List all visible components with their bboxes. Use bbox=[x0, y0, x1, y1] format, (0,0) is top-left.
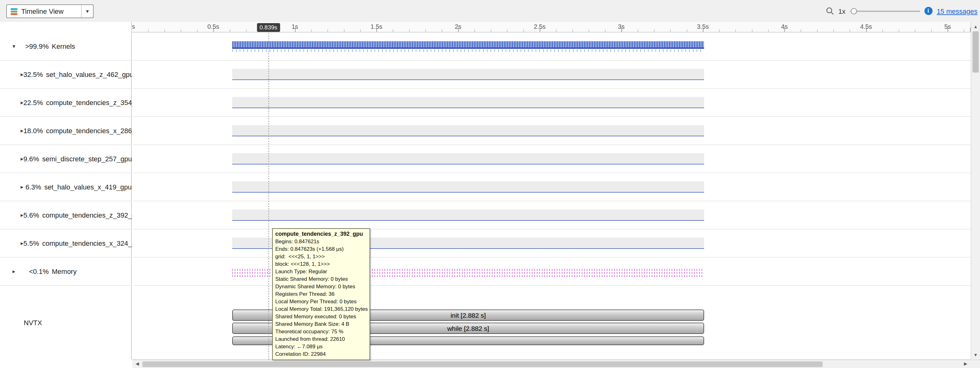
chevron-down-icon[interactable]: ▾ bbox=[81, 5, 93, 18]
tooltip-line: Shared Memory executed: 0 bytes bbox=[275, 313, 367, 320]
zoom-icon bbox=[826, 7, 834, 15]
row-tree-sidebar: >99.9% Kernels 32.5% set_halo_values_z_4… bbox=[0, 22, 132, 360]
tooltip-line: block: <<<128, 1, 1>>> bbox=[275, 260, 367, 268]
horizontal-scrollbar[interactable]: ◀ ▶ bbox=[132, 360, 980, 368]
row-name: set_halo_values_x_419_gpu bbox=[44, 183, 132, 191]
zoom-slider[interactable] bbox=[850, 6, 920, 15]
toolbar: Timeline View ▾ 1x i 15 messages bbox=[0, 0, 980, 22]
scroll-left-icon[interactable]: ◀ bbox=[133, 360, 142, 368]
expander-right-icon[interactable] bbox=[21, 240, 24, 246]
row-name: semi_discrete_step_257_gpu bbox=[42, 155, 132, 163]
row-name: compute_tendencies_x_324_gpu bbox=[42, 240, 143, 247]
zoom-slider-track bbox=[850, 10, 920, 11]
sidebar-item-kernel-5[interactable]: 6.3% set_halo_values_x_419_gpu bbox=[0, 173, 132, 202]
kernel-activity-band[interactable] bbox=[232, 69, 704, 80]
tooltip-line: Latency: ←7.089 μs bbox=[275, 343, 367, 350]
tooltip-line: Local Memory Total: 191,365,120 bytes bbox=[275, 305, 367, 313]
ruler-tick: 3.5s bbox=[697, 23, 709, 30]
cursor-time-badge: 0.839s bbox=[257, 23, 280, 32]
ruler-tick: 4s bbox=[781, 23, 788, 30]
nvtx-range-label: while [2.882 s] bbox=[447, 325, 489, 332]
toolbar-right: 1x i 15 messages bbox=[826, 0, 979, 22]
ruler-tick: 4.5s bbox=[860, 23, 872, 30]
ruler-tick: 0.5s bbox=[207, 23, 219, 30]
row-name: Memory bbox=[52, 268, 76, 275]
tooltip-line: Launch Type: Regular bbox=[275, 268, 367, 275]
tooltip-line: Theoretical occupancy: 75 % bbox=[275, 328, 367, 335]
kernel-tooltip: compute_tendencies_z_392_gpu Begins: 0.8… bbox=[272, 228, 370, 360]
timeline-ruler[interactable]: 0s 0.5s 1s 1.5s 2s 2.5s 3s 3.5s 4s 4.5s … bbox=[132, 22, 970, 32]
kernel-activity-band[interactable] bbox=[232, 210, 704, 221]
row-percent: 22.5% bbox=[24, 99, 43, 106]
track-kernel-4 bbox=[132, 145, 970, 173]
expander-right-icon[interactable] bbox=[21, 212, 24, 218]
view-dropdown-label: Timeline View bbox=[21, 8, 81, 15]
timeline-cursor-line bbox=[269, 22, 269, 360]
row-name: NVTX bbox=[24, 319, 42, 326]
ruler-tick: 1s bbox=[291, 23, 298, 30]
ruler-tick: 2.5s bbox=[534, 23, 546, 30]
row-name: compute_tendencies_x_286_gpu bbox=[46, 127, 147, 134]
row-name: set_halo_values_z_462_gpu bbox=[46, 70, 133, 78]
tooltip-line: Begins: 0.847621s bbox=[275, 238, 367, 245]
horizontal-scrollbar-thumb[interactable] bbox=[142, 362, 823, 367]
ruler-tick: 3s bbox=[618, 23, 625, 30]
row-percent: 6.3% bbox=[25, 183, 41, 191]
content-area: >99.9% Kernels 32.5% set_halo_values_z_4… bbox=[0, 22, 980, 360]
sidebar-item-kernel-4[interactable]: 9.6% semi_discrete_step_257_gpu bbox=[0, 145, 132, 173]
kernel-activity-band[interactable] bbox=[232, 125, 704, 136]
zoom-slider-thumb[interactable] bbox=[851, 8, 857, 14]
kernels-launch-ticks bbox=[232, 50, 704, 52]
scroll-up-icon[interactable]: ▲ bbox=[971, 22, 980, 30]
sidebar-item-kernel-1[interactable]: 32.5% set_halo_values_z_462_gpu bbox=[0, 61, 132, 89]
ruler-tick: 2s bbox=[455, 23, 461, 30]
sidebar-item-kernels[interactable]: >99.9% Kernels bbox=[0, 32, 132, 61]
tooltip-line: Launched from thread: 22610 bbox=[275, 335, 367, 343]
row-percent: 5.5% bbox=[24, 240, 39, 247]
expander-down-icon[interactable] bbox=[13, 43, 21, 50]
sidebar-item-memory[interactable]: <0.1% Memory bbox=[0, 258, 132, 286]
kernel-activity-band[interactable] bbox=[232, 97, 704, 108]
row-name: compute_tendencies_z_354_gpu bbox=[46, 99, 147, 106]
tooltip-line: Local Memory Per Thread: 0 bytes bbox=[275, 298, 367, 305]
expander-right-icon[interactable] bbox=[13, 268, 21, 275]
track-kernel-3 bbox=[132, 117, 970, 145]
row-percent: >99.9% bbox=[21, 43, 49, 50]
timeline-canvas[interactable]: 0s 0.5s 1s 1.5s 2s 2.5s 3s 3.5s 4s 4.5s … bbox=[132, 22, 970, 360]
sidebar-item-nvtx[interactable]: NVTX bbox=[0, 286, 132, 360]
zoom-level-label: 1x bbox=[838, 7, 845, 15]
row-percent: 5.6% bbox=[24, 211, 39, 219]
expander-right-icon[interactable] bbox=[21, 156, 24, 162]
tooltip-line: Ends: 0.847623s (+1.568 μs) bbox=[275, 245, 367, 253]
sidebar-item-kernel-6[interactable]: 5.6% compute_tendencies_z_392_gpu bbox=[0, 202, 132, 229]
kernel-activity-band[interactable] bbox=[232, 153, 704, 165]
row-name: Kernels bbox=[52, 43, 75, 50]
sidebar-item-kernel-7[interactable]: 5.5% compute_tendencies_x_324_gpu bbox=[0, 229, 132, 258]
track-kernel-5 bbox=[132, 173, 970, 202]
kernel-activity-band[interactable] bbox=[232, 181, 704, 193]
kernels-activity-bar[interactable] bbox=[232, 41, 704, 49]
track-kernel-6 bbox=[132, 202, 970, 229]
scroll-right-icon[interactable]: ▶ bbox=[961, 360, 970, 368]
row-percent: <0.1% bbox=[21, 268, 49, 275]
timeline-view-dropdown[interactable]: Timeline View ▾ bbox=[6, 4, 94, 18]
vertical-scrollbar-thumb[interactable] bbox=[972, 31, 979, 72]
tooltip-line: grid: <<<25, 1, 1>>> bbox=[275, 253, 367, 260]
scroll-down-icon[interactable]: ▼ bbox=[971, 351, 980, 359]
ruler-tick: 0s bbox=[132, 23, 135, 30]
track-kernel-1 bbox=[132, 61, 970, 89]
info-icon: i bbox=[924, 7, 932, 15]
expander-right-icon[interactable] bbox=[21, 128, 24, 134]
sidebar-item-kernel-2[interactable]: 22.5% compute_tendencies_z_354_gpu bbox=[0, 89, 132, 117]
tooltip-line: Shared Memory Bank Size: 4 B bbox=[275, 320, 367, 328]
expander-right-icon[interactable] bbox=[21, 184, 25, 190]
expander-right-icon[interactable] bbox=[21, 71, 24, 78]
tooltip-title: compute_tendencies_z_392_gpu bbox=[275, 231, 367, 237]
expander-right-icon[interactable] bbox=[21, 99, 24, 106]
timeline-view-icon bbox=[11, 8, 18, 15]
vertical-scrollbar[interactable]: ▲ ▼ bbox=[970, 22, 980, 360]
track-nvtx: init [2.882 s] while [2.882 s] bbox=[132, 286, 970, 360]
messages-link[interactable]: 15 messages bbox=[937, 7, 977, 15]
sidebar-item-kernel-3[interactable]: 18.0% compute_tendencies_x_286_gpu bbox=[0, 117, 132, 145]
track-kernel-2 bbox=[132, 89, 970, 117]
